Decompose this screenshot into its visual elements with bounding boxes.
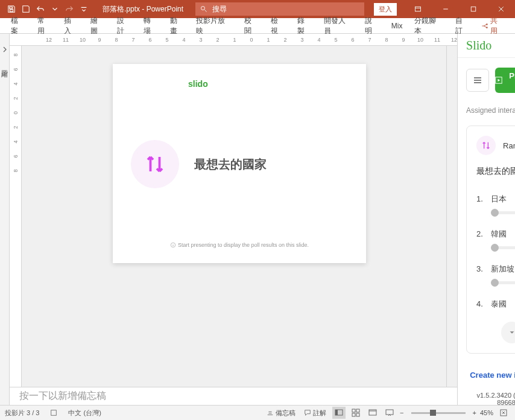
svg-point-0 <box>201 7 205 10</box>
expand-more-button[interactable] <box>501 322 515 343</box>
interaction-card: Ranking ⋯ 最想去的國家 1.日本0.002.韓國0.003.新加坡0.… <box>466 126 515 354</box>
zoom-in-icon[interactable]: + <box>473 409 476 416</box>
version-info: v1.5.2.3420 (Support ID 89668f8e) <box>466 388 515 405</box>
expand-nav-icon[interactable] <box>1 46 8 53</box>
interaction-question: 最想去的國家 <box>476 166 515 177</box>
svg-rect-1 <box>415 7 421 11</box>
vertical-scrollbar[interactable] <box>446 46 457 387</box>
language-indicator[interactable]: 中文 (台灣) <box>68 409 101 418</box>
svg-rect-16 <box>369 410 376 415</box>
svg-rect-11 <box>335 410 338 415</box>
rank-item: 2.韓國0.00 <box>476 229 515 252</box>
zoom-level[interactable]: 45% <box>480 409 493 416</box>
svg-rect-13 <box>356 409 359 412</box>
interaction-type: Ranking <box>503 141 515 150</box>
editor-area: 1211109876543210123456789101112 86420246… <box>10 34 457 405</box>
reading-view-icon[interactable] <box>366 407 379 419</box>
rank-item: 4.泰國 <box>476 299 515 310</box>
svg-rect-4 <box>486 27 487 28</box>
status-bar: 投影片 3 / 3 中文 (台灣) 備忘稿 註解 − + 45% <box>0 405 515 420</box>
slide-nav-pane: 縮圖 <box>0 34 10 405</box>
redo-icon[interactable] <box>63 2 76 16</box>
slide-canvas[interactable]: slido 最想去的國家 Start presenting to display… <box>22 46 457 387</box>
horizontal-ruler: 1211109876543210123456789101112 <box>10 34 457 46</box>
slide[interactable]: slido 最想去的國家 Start presenting to display… <box>113 64 366 263</box>
comments-button[interactable]: 註解 <box>302 407 329 419</box>
slide-counter[interactable]: 投影片 3 / 3 <box>5 409 39 418</box>
create-interaction-button[interactable]: Create new interaction <box>466 362 515 388</box>
svg-rect-14 <box>352 413 355 416</box>
present-button[interactable]: Present with Slido <box>495 68 515 93</box>
zoom-out-icon[interactable]: − <box>400 409 403 416</box>
assigned-interaction: Assigned interaction 0 <box>466 106 515 115</box>
slide-title: 最想去的國家 <box>194 156 267 173</box>
svg-rect-12 <box>352 409 355 412</box>
ranking-icon <box>476 136 496 155</box>
zoom-slider[interactable] <box>411 412 466 414</box>
sorter-view-icon[interactable] <box>349 407 362 419</box>
info-icon <box>170 242 176 248</box>
pane-title: Slido <box>466 39 491 52</box>
svg-rect-17 <box>386 410 393 415</box>
normal-view-icon[interactable] <box>332 407 346 419</box>
tab-mix[interactable]: Mix <box>387 19 408 33</box>
svg-rect-9 <box>51 410 57 416</box>
ribbon-tabs: 檔案 常用 插入 繪圖 設計 轉場 動畫 投影片放映 校閱 檢視 錄製 開發人員… <box>0 18 515 34</box>
notes-pane[interactable]: 按一下以新增備忘稿 <box>10 387 457 405</box>
ranking-icon <box>131 140 179 188</box>
slido-pane: Slido Present with Slido Assigned intera… <box>457 34 515 405</box>
rank-item: 3.新加坡0.00 <box>476 264 515 287</box>
rank-item: 1.日本0.00 <box>476 194 515 217</box>
menu-button[interactable] <box>466 69 489 92</box>
vertical-ruler: 864202468 <box>10 46 22 387</box>
svg-rect-15 <box>356 413 359 416</box>
slide-hint: Start presenting to display the poll res… <box>113 242 366 248</box>
notes-button[interactable]: 備忘稿 <box>264 407 298 419</box>
search-icon <box>200 5 207 13</box>
svg-rect-2 <box>471 7 476 11</box>
slideshow-view-icon[interactable] <box>383 407 396 419</box>
accessibility-icon[interactable] <box>48 408 60 418</box>
slido-logo: slido <box>188 79 348 89</box>
fit-window-icon[interactable] <box>497 407 510 419</box>
svg-rect-3 <box>486 24 487 25</box>
